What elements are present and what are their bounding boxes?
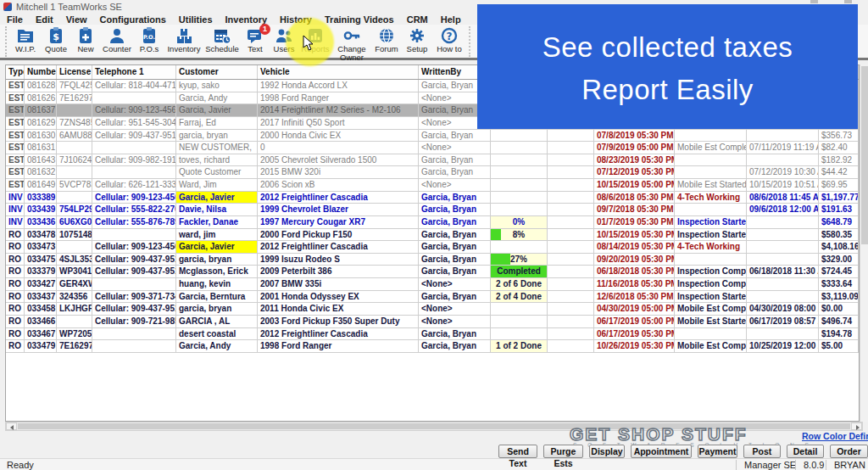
table-row[interactable]: RO033379WP30417Cellular: 909-437-9514Mcg… <box>6 266 859 278</box>
table-row[interactable]: RO0334781075148ward, jim2000 Ford Pickup… <box>6 229 859 242</box>
cell-promised: 08/23/2019 05:30 PM <box>594 154 675 167</box>
appointment-button[interactable]: Appointment <box>631 445 692 458</box>
cell-type: RO <box>6 316 25 328</box>
order-button[interactable]: Order <box>830 445 868 458</box>
table-row[interactable]: EST0816495VCP783Cellular: 626-121-3333Wa… <box>6 179 859 192</box>
table-row[interactable]: RO033473Cellular: 909-123-4567Garcia, Ja… <box>6 241 859 254</box>
menu-edit[interactable]: Edit <box>36 14 53 25</box>
cell-number: 081630 <box>25 130 57 143</box>
detail-button[interactable]: Detail <box>787 445 824 458</box>
table-row[interactable]: INV0334366U6XG04Cellular: 555-876-7892Fa… <box>6 216 859 229</box>
cell-progress <box>491 154 548 167</box>
toolbar-button-pos[interactable]: P.O. P.O.s <box>135 25 164 59</box>
svg-text:P.O.: P.O. <box>143 34 155 41</box>
toolbar-button-setup[interactable]: Setup <box>403 25 431 59</box>
cell-customer: toves, richard <box>176 154 258 167</box>
menu-inventory[interactable]: Inventory <box>225 14 268 25</box>
menu-history[interactable]: History <box>280 14 312 25</box>
vertical-scrollbar-thumb[interactable] <box>861 66 868 244</box>
cell-status: Inspection Started <box>675 291 747 304</box>
cell-vehicle: 2011 Honda Civic EX <box>258 303 419 316</box>
cell-vehicle: 2003 Ford Pickup F350 Super Duty <box>258 316 419 328</box>
horizontal-scrollbar[interactable] <box>5 422 863 431</box>
table-row[interactable]: RO033427GER4XWMhuang, kevin2007 BMW 335i… <box>6 278 859 291</box>
cell-vehicle: 2015 BMW 320i <box>258 166 419 179</box>
cell-blank <box>548 328 594 341</box>
table-row[interactable]: EST0816437J10624Cellular: 909-982-1919to… <box>6 154 859 167</box>
cell-customer: Ward, Jim <box>176 179 258 192</box>
cell-status: Mobile Est Comple... <box>675 340 747 353</box>
cell-progress: 0% <box>491 216 548 229</box>
cell-total: $4,108.16 <box>819 241 859 254</box>
column-header[interactable]: License <box>57 65 92 79</box>
menu-training-videos[interactable]: Training Videos <box>325 14 394 25</box>
send-text-button[interactable]: Send Text <box>498 445 537 458</box>
table-row[interactable]: INV033389Cellular: 909-123-4567Garcia, J… <box>6 192 859 204</box>
table-row[interactable]: RO0334797E16297Garcia, Andy1998 Ford Ran… <box>6 340 859 353</box>
cell-phone: Cellular: 909-437-9514 <box>92 254 176 266</box>
toolbar-button-users[interactable]: Users <box>270 25 298 59</box>
toolbar-button-change-owner[interactable]: Change Owner <box>333 25 370 59</box>
cell-customer: Davie, Nilsa <box>176 204 258 216</box>
column-header[interactable]: Number <box>25 65 57 79</box>
menu-file[interactable]: File <box>7 14 23 25</box>
cell-customer: Mcglasson, Erick <box>176 266 258 278</box>
cell-license: 6U6XG04 <box>57 216 92 229</box>
menu-utilities[interactable]: Utilities <box>179 14 213 25</box>
cell-progress <box>491 316 548 328</box>
post-button[interactable]: Post <box>743 445 781 458</box>
toolbar-button-forum[interactable]: Forum <box>372 25 401 59</box>
purge-ests-button[interactable]: Purge Ests <box>543 445 583 458</box>
menu-help[interactable]: Help <box>441 14 461 25</box>
table-row[interactable]: RO033466Cellular: 909-721-9858GARCIA , A… <box>6 316 859 328</box>
cell-number: 033458 <box>25 303 57 316</box>
cell-appt <box>747 130 819 143</box>
horizontal-scrollbar-thumb[interactable] <box>18 423 850 429</box>
maximize-icon[interactable] <box>810 0 818 3</box>
close-icon[interactable] <box>844 0 852 3</box>
menu-view[interactable]: View <box>66 14 87 25</box>
table-row[interactable]: EST081631NEW CUSTOMER,0<None>07/9/2019 0… <box>6 142 859 154</box>
menu-crm[interactable]: CRM <box>407 14 428 25</box>
toolbar-button-counter[interactable]: Counter <box>101 25 133 59</box>
cell-blank <box>548 229 594 242</box>
table-row[interactable]: EST081632Quote Customer2015 BMW 320iGarc… <box>6 166 859 179</box>
cell-appt: 06/18/2018 11:30 AM (... <box>747 266 819 278</box>
cell-written_by: Garcia, Bryan <box>419 254 491 266</box>
column-header[interactable]: Type <box>6 65 25 79</box>
table-row[interactable]: EST0816306AMU886Cellular: 909-437-9514ga… <box>6 130 859 143</box>
row-color-definitions-link[interactable]: Row Color Definitions <box>802 431 868 441</box>
column-header[interactable]: Vehicle <box>258 65 419 79</box>
menu-configurations[interactable]: Configurations <box>100 14 166 25</box>
scroll-left-arrow[interactable] <box>6 422 17 430</box>
column-header[interactable]: Telephone 1 <box>92 65 176 79</box>
cell-written_by: Garcia, Bryan <box>419 166 491 179</box>
toolbar-button-how-to[interactable]: ? How to <box>433 25 465 59</box>
toolbar-button-wip[interactable]: W.I.P. <box>11 25 40 59</box>
cell-phone <box>92 340 176 353</box>
cell-status: Mobile Est Comple... <box>675 303 747 316</box>
vertical-scrollbar[interactable] <box>860 64 868 422</box>
table-row[interactable]: RO033458LKJHGFCellular: 909-437-9514garc… <box>6 303 859 316</box>
table-row[interactable]: RO033467WP7205desert coastal2012 Freight… <box>6 328 859 341</box>
table-row[interactable]: INV033439754LP29Cellular: 555-822-2703Da… <box>6 204 859 216</box>
scroll-right-arrow[interactable] <box>851 422 862 430</box>
toolbar-button-quote[interactable]: $ Quote <box>42 25 70 59</box>
column-header[interactable]: Customer <box>176 65 258 79</box>
toolbar-button-schedule[interactable]: Schedule <box>204 25 240 59</box>
cell-written_by: Garcia, Bryan <box>419 130 491 143</box>
toolbar-button-inventory[interactable]: Inventory <box>165 25 203 59</box>
payment-button[interactable]: Payment <box>698 445 737 458</box>
toolbar-button-new[interactable]: New <box>72 25 99 59</box>
table-row[interactable]: RO033437324356Cellular: 909-371-7340Garc… <box>6 291 859 304</box>
toolbar-button-text[interactable]: 1 Text <box>242 25 269 59</box>
cell-license: 7E16297 <box>57 340 92 353</box>
table-row[interactable]: RO0334754SJL353Cellular: 909-437-9514gar… <box>6 254 859 266</box>
cell-progress <box>491 192 548 204</box>
cell-type: INV <box>6 204 25 216</box>
cell-vehicle: 2005 Chevrolet Silverado 1500 <box>258 154 419 167</box>
cell-phone: Cellular: 909-371-7340 <box>92 291 176 304</box>
display-button[interactable]: Display <box>589 445 625 458</box>
cell-phone: Cellular: 951-545-3044 <box>92 117 176 130</box>
cell-blank <box>548 254 594 266</box>
